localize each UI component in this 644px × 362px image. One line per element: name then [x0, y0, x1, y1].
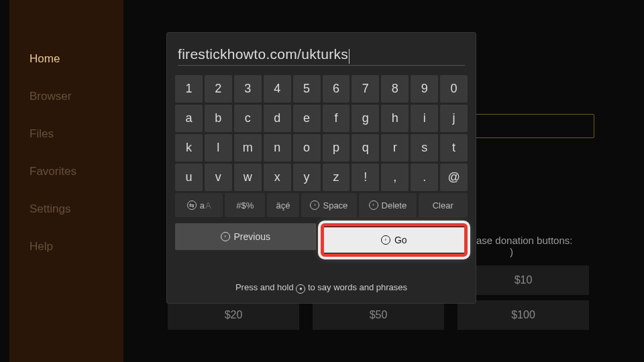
key-6[interactable]: 6 — [323, 75, 350, 103]
clear-key[interactable]: Clear — [419, 193, 468, 217]
key-k[interactable]: k — [175, 134, 203, 162]
key-i[interactable]: i — [411, 105, 438, 132]
previous-button[interactable]: ‹ Previous — [175, 223, 316, 250]
donation-text: ase donation buttons: ) — [476, 235, 572, 257]
space-icon: › — [310, 200, 319, 210]
sidebar-item-files[interactable]: Files — [9, 115, 123, 153]
key-o[interactable]: o — [293, 134, 321, 162]
key-,[interactable]: , — [381, 164, 409, 191]
key-n[interactable]: n — [264, 134, 291, 162]
key-a[interactable]: a — [175, 105, 203, 132]
key-t[interactable]: t — [440, 134, 468, 162]
space-key[interactable]: › Space — [301, 193, 357, 217]
input-text: firestickhowto.com/ukturks — [178, 46, 348, 62]
sidebar: Home Browser Files Favorites Settings He… — [9, 0, 123, 362]
key-9[interactable]: 9 — [411, 75, 438, 103]
onscreen-keyboard: firestickhowto.com/ukturks 1234567890abc… — [166, 32, 476, 304]
sidebar-item-help[interactable]: Help — [9, 228, 123, 265]
key-2[interactable]: 2 — [205, 75, 232, 103]
key-s[interactable]: s — [411, 134, 438, 162]
mic-icon: ● — [296, 284, 305, 294]
shift-icon: ⇆ — [187, 200, 197, 210]
key-1[interactable]: 1 — [175, 75, 203, 103]
key-w[interactable]: w — [234, 164, 262, 191]
key-j[interactable]: j — [440, 105, 468, 132]
sidebar-item-home[interactable]: Home — [9, 40, 123, 78]
key-8[interactable]: 8 — [381, 75, 409, 103]
voice-hint: Press and hold ● to say words and phrase… — [175, 282, 468, 294]
key-![interactable]: ! — [352, 164, 379, 191]
sidebar-item-settings[interactable]: Settings — [9, 190, 123, 228]
key-y[interactable]: y — [293, 164, 321, 191]
key-p[interactable]: p — [323, 134, 350, 162]
key-c[interactable]: c — [234, 105, 262, 132]
key-3[interactable]: 3 — [234, 75, 262, 103]
function-row: ⇆ aA #$% äçé › Space ‹ Delete Clear — [175, 193, 468, 217]
key-g[interactable]: g — [352, 105, 379, 132]
key-u[interactable]: u — [175, 164, 203, 191]
key-7[interactable]: 7 — [352, 75, 379, 103]
key-0[interactable]: 0 — [440, 75, 468, 103]
donation-button-50[interactable]: $50 — [313, 300, 444, 330]
donation-button-100[interactable]: $100 — [458, 300, 589, 330]
go-button-highlight: › Go — [321, 223, 468, 257]
sidebar-item-browser[interactable]: Browser — [9, 78, 123, 115]
key-5[interactable]: 5 — [293, 75, 321, 103]
key-grid: 1234567890abcdefghijklmnopqrstuvwxyz!,.@ — [175, 75, 468, 191]
key-r[interactable]: r — [381, 134, 409, 162]
text-cursor — [349, 49, 350, 64]
key-q[interactable]: q — [352, 134, 379, 162]
key-d[interactable]: d — [264, 105, 291, 132]
go-button[interactable]: › Go — [324, 227, 465, 253]
go-icon: › — [381, 235, 390, 245]
key-@[interactable]: @ — [440, 164, 468, 191]
key-4[interactable]: 4 — [264, 75, 291, 103]
previous-icon: ‹ — [221, 232, 230, 241]
key-f[interactable]: f — [323, 105, 350, 132]
key-e[interactable]: e — [293, 105, 321, 132]
key-z[interactable]: z — [323, 164, 350, 191]
accents-key[interactable]: äçé — [267, 193, 299, 217]
key-x[interactable]: x — [264, 164, 291, 191]
delete-icon: ‹ — [369, 200, 378, 210]
symbols-key[interactable]: #$% — [225, 193, 265, 217]
sidebar-item-favorites[interactable]: Favorites — [9, 153, 123, 190]
key-h[interactable]: h — [381, 105, 409, 132]
key-b[interactable]: b — [205, 105, 232, 132]
donation-button-20[interactable]: $20 — [168, 300, 299, 330]
delete-key[interactable]: ‹ Delete — [359, 193, 416, 217]
shift-key[interactable]: ⇆ aA — [175, 193, 223, 217]
keyboard-input[interactable]: firestickhowto.com/ukturks — [178, 46, 465, 66]
nav-row: ‹ Previous › Go — [175, 223, 468, 257]
key-m[interactable]: m — [234, 134, 262, 162]
key-l[interactable]: l — [205, 134, 232, 162]
donation-button-10[interactable]: $10 — [458, 265, 589, 295]
key-.[interactable]: . — [411, 164, 438, 191]
key-v[interactable]: v — [205, 164, 232, 191]
